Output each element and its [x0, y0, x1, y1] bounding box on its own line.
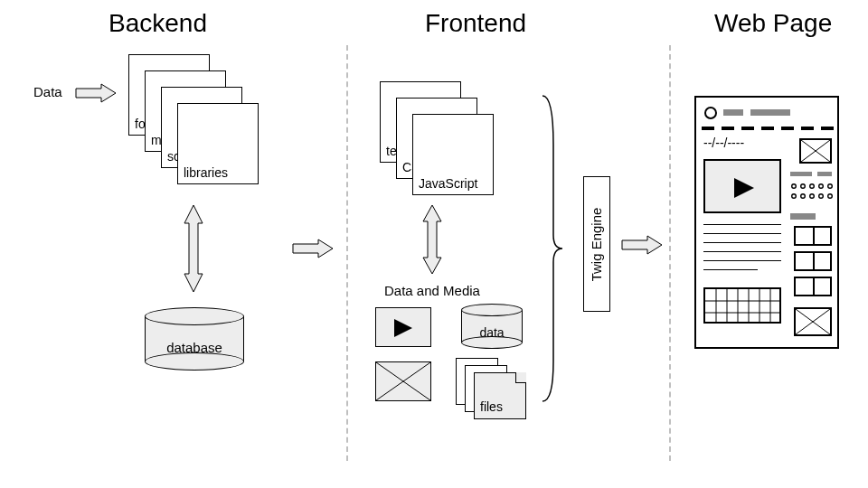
wf-split-3 — [794, 277, 832, 296]
svg-point-12 — [792, 184, 797, 189]
arrow-data-in-icon — [74, 81, 119, 105]
card-libraries: libraries — [177, 103, 259, 184]
twig-engine-label: Twig Engine — [590, 207, 605, 281]
wf-title-bar — [723, 109, 743, 116]
database-label: database — [145, 340, 244, 355]
svg-point-16 — [828, 184, 833, 189]
arrow-twig-to-webpage-icon — [620, 233, 665, 257]
svg-marker-0 — [76, 84, 116, 102]
play-icon — [392, 317, 416, 339]
svg-point-13 — [801, 184, 806, 189]
svg-marker-4 — [394, 319, 412, 337]
wf-video-box — [703, 159, 781, 213]
svg-marker-3 — [423, 205, 441, 274]
media-image-box — [375, 361, 431, 401]
files-label: files — [480, 399, 503, 414]
wf-textline — [703, 242, 781, 243]
wf-dashed-row-icon — [702, 125, 834, 132]
brace-icon — [539, 90, 566, 407]
svg-point-18 — [801, 194, 806, 199]
wf-thumb-top — [799, 138, 832, 164]
svg-point-17 — [792, 194, 797, 199]
wf-split-1 — [794, 226, 832, 246]
twig-engine-box: Twig Engine — [583, 176, 610, 312]
arrow-backend-updown-icon — [182, 203, 205, 294]
svg-marker-1 — [184, 205, 203, 292]
svg-point-21 — [828, 194, 833, 199]
card-javascript: JavaScript — [412, 114, 494, 195]
image-x-icon — [796, 309, 830, 334]
image-placeholder-icon — [376, 362, 430, 400]
card-label-libraries: libraries — [184, 165, 228, 180]
wf-textline — [703, 260, 781, 261]
image-x-icon — [801, 140, 830, 162]
arrow-frontend-updown-icon — [420, 203, 444, 276]
play-icon — [732, 176, 758, 200]
divider-1 — [346, 45, 348, 461]
svg-marker-7 — [622, 236, 662, 254]
database-cylinder: database — [145, 307, 244, 371]
svg-marker-11 — [734, 178, 754, 198]
section-title-webpage: Web Page — [714, 9, 832, 38]
card-label-javascript: JavaScript — [419, 176, 477, 191]
data-cylinder: data — [461, 304, 523, 349]
wf-avatar-icon — [704, 107, 717, 119]
wf-bar-2 — [817, 172, 832, 176]
wf-textline — [703, 233, 781, 234]
wf-bar-1 — [790, 172, 812, 176]
wf-dots-icon — [790, 183, 834, 202]
data-and-media-label: Data and Media — [384, 283, 480, 298]
divider-2 — [669, 45, 671, 461]
svg-point-19 — [810, 194, 815, 199]
data-label: Data — [33, 84, 62, 99]
svg-point-20 — [819, 194, 824, 199]
wf-thumb-bottom — [794, 307, 832, 336]
data-cylinder-label: data — [461, 325, 523, 340]
svg-marker-2 — [293, 239, 333, 258]
wf-bar-3 — [790, 213, 816, 220]
wf-split-2 — [794, 251, 832, 271]
arrow-backend-to-frontend-icon — [291, 237, 336, 260]
section-title-backend: Backend — [108, 9, 207, 38]
files-card-front: files — [474, 372, 526, 419]
svg-point-15 — [819, 184, 824, 189]
webpage-wireframe: --/--/---- — [694, 96, 839, 349]
media-play-box — [375, 307, 431, 347]
wf-subtitle-bar — [750, 109, 790, 116]
wf-calendar — [703, 287, 781, 324]
wf-textline — [703, 224, 781, 225]
calendar-grid-icon — [705, 289, 779, 322]
svg-point-14 — [810, 184, 815, 189]
wf-date-placeholder: --/--/---- — [703, 136, 744, 150]
wf-textline — [703, 269, 758, 270]
section-title-frontend: Frontend — [425, 9, 526, 38]
wf-textline — [703, 251, 781, 252]
